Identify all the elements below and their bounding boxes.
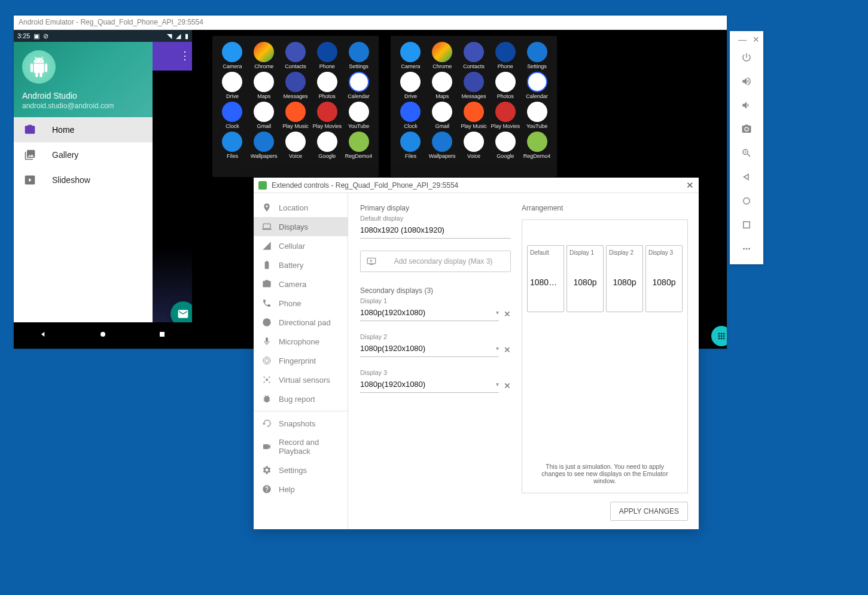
arrangement-canvas[interactable]: Default1080x1…Display 11080pDisplay 2108…	[522, 220, 687, 317]
nav-home[interactable]	[98, 329, 108, 341]
ext-nav-location[interactable]: Location	[254, 198, 348, 217]
minimize-button[interactable]: —	[738, 35, 747, 44]
app-icon	[495, 72, 516, 92]
app-drive[interactable]: Drive	[217, 72, 248, 99]
ext-nav-phone[interactable]: Phone	[254, 294, 348, 313]
app-messages[interactable]: Messages	[281, 72, 311, 99]
more-button[interactable]	[730, 237, 763, 261]
ext-nav-record-and-playback[interactable]: Record and Playback	[254, 433, 348, 460]
ext-nav-bug-report[interactable]: Bug report	[254, 389, 348, 408]
secondary-display-1-dropdown[interactable]: 1080p(1920x1080) ▾	[360, 306, 499, 321]
add-secondary-display-button[interactable]: Add secondary display (Max 3)	[360, 251, 511, 272]
ext-nav-label: Directional pad	[279, 318, 331, 327]
app-maps[interactable]: Maps	[427, 72, 458, 99]
arrangement-card-0[interactable]: Default1080x1…	[527, 245, 564, 312]
nav-drawer-item-home[interactable]: Home	[14, 117, 153, 142]
arrangement-card-1[interactable]: Display 11080p	[567, 245, 604, 312]
ext-nav-cellular[interactable]: Cellular	[254, 236, 348, 255]
power-button[interactable]	[730, 45, 763, 69]
app-chrome[interactable]: Chrome	[249, 42, 279, 69]
app-files[interactable]: Files	[395, 132, 426, 159]
apps-fab[interactable]	[711, 326, 727, 346]
secondary-display-1-label: Display 1	[360, 297, 511, 304]
app-files[interactable]: Files	[217, 132, 248, 159]
ext-nav-snapshots[interactable]: Snapshots	[254, 414, 348, 433]
app-wallpapers[interactable]: Wallpapers	[427, 132, 458, 159]
nav-bar-left	[14, 322, 192, 349]
ext-nav-help[interactable]: Help	[254, 480, 348, 499]
arrangement-card-res: 1080p	[569, 277, 601, 287]
zoom-button[interactable]	[730, 141, 763, 165]
nav-home-button[interactable]	[730, 189, 763, 213]
ext-nav-battery[interactable]: Battery	[254, 255, 348, 274]
app-regdemo4[interactable]: RegDemo4	[522, 132, 552, 159]
app-gmail[interactable]: Gmail	[249, 102, 279, 129]
secondary-display-3-dropdown[interactable]: 1080p(1920x1080) ▾	[360, 377, 499, 393]
app-label: Contacts	[463, 63, 485, 69]
remove-display-2-button[interactable]: ✕	[504, 345, 511, 357]
app-chrome[interactable]: Chrome	[427, 42, 458, 69]
app-camera[interactable]: Camera	[217, 42, 248, 69]
arrangement-card-3[interactable]: Display 31080p	[645, 245, 683, 312]
ext-nav-settings[interactable]: Settings	[254, 460, 348, 480]
close-icon[interactable]: ✕	[686, 180, 694, 191]
app-drive[interactable]: Drive	[395, 72, 426, 99]
app-photos[interactable]: Photos	[312, 72, 342, 99]
ext-nav-directional-pad[interactable]: Directional pad	[254, 313, 348, 332]
nav-recent[interactable]	[157, 329, 167, 341]
remove-display-3-button[interactable]: ✕	[504, 381, 511, 393]
ext-nav-fingerprint[interactable]: Fingerprint	[254, 351, 348, 370]
app-clock[interactable]: Clock	[217, 102, 248, 129]
app-youtube[interactable]: YouTube	[522, 102, 552, 129]
app-google[interactable]: Google	[312, 132, 342, 159]
app-voice[interactable]: Voice	[459, 132, 489, 159]
app-calendar[interactable]: Calendar	[343, 72, 374, 99]
app-settings[interactable]: Settings	[522, 42, 552, 69]
nav-back[interactable]	[39, 329, 48, 341]
app-maps[interactable]: Maps	[249, 72, 279, 99]
app-youtube[interactable]: YouTube	[343, 102, 374, 129]
app-label: Gmail	[257, 123, 271, 129]
svg-point-9	[265, 359, 269, 363]
app-play-movies[interactable]: Play Movies	[490, 102, 520, 129]
app-gmail[interactable]: Gmail	[427, 102, 458, 129]
nav-drawer-item-gallery[interactable]: Gallery	[14, 142, 153, 167]
app-play-music[interactable]: Play Music	[459, 102, 489, 129]
remove-display-1-button[interactable]: ✕	[504, 309, 511, 321]
app-phone[interactable]: Phone	[312, 42, 342, 69]
close-button[interactable]: ✕	[753, 35, 760, 44]
app-photos[interactable]: Photos	[490, 72, 520, 99]
svg-point-6	[748, 248, 750, 250]
app-google[interactable]: Google	[490, 132, 520, 159]
app-messages[interactable]: Messages	[459, 72, 489, 99]
app-camera[interactable]: Camera	[395, 42, 426, 69]
app-play-movies[interactable]: Play Movies	[312, 102, 342, 129]
overflow-menu-icon[interactable]: ⋮	[179, 49, 191, 62]
app-calendar[interactable]: Calendar	[522, 72, 552, 99]
svg-point-4	[743, 248, 745, 250]
app-contacts[interactable]: Contacts	[459, 42, 489, 69]
ext-nav-camera[interactable]: Camera	[254, 274, 348, 294]
arrangement-card-res: 1080x1…	[530, 277, 561, 287]
ext-nav-virtual-sensors[interactable]: Virtual sensors	[254, 370, 348, 389]
nav-drawer-item-slideshow[interactable]: Slideshow	[14, 167, 153, 193]
arrangement-card-2[interactable]: Display 21080p	[606, 245, 643, 312]
ext-nav-microphone[interactable]: Microphone	[254, 332, 348, 351]
nav-back-button[interactable]	[730, 165, 763, 189]
secondary-display-2-dropdown[interactable]: 1080p(1920x1080) ▾	[360, 341, 499, 357]
app-settings[interactable]: Settings	[343, 42, 374, 69]
app-wallpapers[interactable]: Wallpapers	[249, 132, 279, 159]
app-icon	[400, 132, 421, 152]
nav-recent-button[interactable]	[730, 213, 763, 237]
app-voice[interactable]: Voice	[281, 132, 311, 159]
app-phone[interactable]: Phone	[490, 42, 520, 69]
app-regdemo4[interactable]: RegDemo4	[343, 132, 374, 159]
ext-nav-displays[interactable]: Displays	[254, 217, 348, 236]
screenshot-button[interactable]	[730, 117, 763, 141]
volume-up-button[interactable]	[730, 69, 763, 93]
app-clock[interactable]: Clock	[395, 102, 426, 129]
app-contacts[interactable]: Contacts	[281, 42, 311, 69]
apply-changes-button[interactable]: APPLY CHANGES	[610, 502, 688, 521]
volume-down-button[interactable]	[730, 93, 763, 117]
app-play-music[interactable]: Play Music	[281, 102, 311, 129]
